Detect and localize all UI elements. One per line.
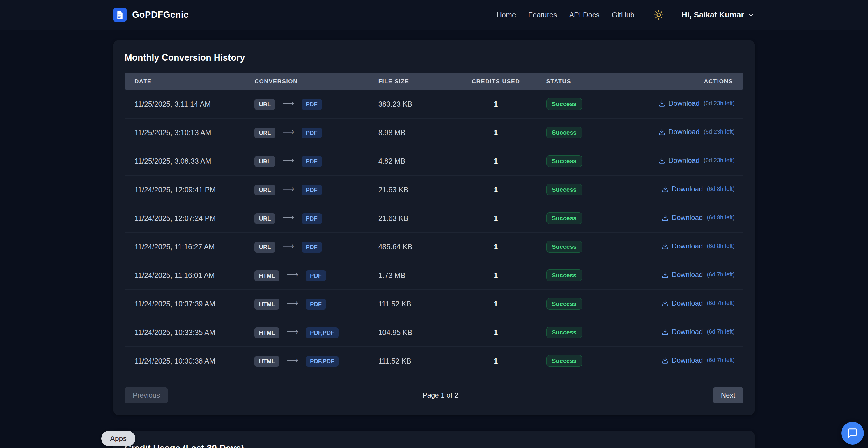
download-link[interactable]: Download (6d 8h left) xyxy=(661,242,735,250)
nav-links: Home Features API Docs GitHub Hi, Saikat… xyxy=(497,10,755,20)
credits-used: 1 xyxy=(462,118,530,147)
theme-toggle-button[interactable] xyxy=(653,10,664,20)
status-cell: Success xyxy=(530,204,642,233)
chevron-down-icon xyxy=(747,11,755,19)
credits-used: 1 xyxy=(462,147,530,175)
actions-cell: Download (6d 23h left) xyxy=(641,90,743,118)
file-size: 111.52 KB xyxy=(378,290,462,318)
conversion-type: URL ⟶ PDF xyxy=(254,90,378,118)
download-link[interactable]: Download (6d 8h left) xyxy=(661,213,735,222)
download-link[interactable]: Download (6d 23h left) xyxy=(658,99,735,108)
download-label: Download xyxy=(672,299,703,307)
credits-used: 1 xyxy=(462,261,530,290)
conversion-date: 11/24/2025, 10:37:39 AM xyxy=(125,290,254,318)
conversion-date: 11/24/2025, 11:16:01 AM xyxy=(125,261,254,290)
download-label: Download xyxy=(672,213,703,222)
file-size: 383.23 KB xyxy=(378,90,462,118)
status-cell: Success xyxy=(530,147,642,175)
file-size: 111.52 KB xyxy=(378,347,462,375)
logo-icon xyxy=(113,8,127,22)
column-header-file-size: File Size xyxy=(378,73,462,90)
download-label: Download xyxy=(669,128,700,136)
download-link[interactable]: Download (6d 23h left) xyxy=(658,128,735,136)
credits-used: 1 xyxy=(462,90,530,118)
next-page-button[interactable]: Next xyxy=(713,387,743,404)
download-link[interactable]: Download (6d 7h left) xyxy=(661,328,735,336)
actions-cell: Download (6d 7h left) xyxy=(641,347,743,375)
target-format-badge: PDF xyxy=(302,156,322,167)
download-label: Download xyxy=(669,99,700,108)
source-format-badge: HTML xyxy=(254,327,279,338)
brand-name: GoPDFGenie xyxy=(132,10,189,20)
expiry-note: (6d 23h left) xyxy=(704,100,735,107)
nav-link-home[interactable]: Home xyxy=(497,11,516,19)
credits-used: 1 xyxy=(462,175,530,204)
conversion-type: URL ⟶ PDF xyxy=(254,147,378,175)
source-format-badge: URL xyxy=(254,127,275,138)
expiry-note: (6d 8h left) xyxy=(707,185,735,192)
target-format-badge: PDF,PDF xyxy=(306,356,339,367)
arrow-right-icon: ⟶ xyxy=(287,356,298,365)
conversion-type: URL ⟶ PDF xyxy=(254,204,378,233)
chat-fab-button[interactable] xyxy=(841,422,864,445)
status-cell: Success xyxy=(530,318,642,347)
history-card-title: Monthly Conversion History xyxy=(125,53,743,63)
expiry-note: (6d 7h left) xyxy=(707,300,735,306)
conversion-date: 11/25/2025, 3:10:13 AM xyxy=(125,118,254,147)
download-link[interactable]: Download (6d 7h left) xyxy=(661,271,735,279)
nav-link-github[interactable]: GitHub xyxy=(612,11,634,19)
arrow-right-icon: ⟶ xyxy=(283,241,294,250)
download-label: Download xyxy=(669,156,700,165)
download-link[interactable]: Download (6d 7h left) xyxy=(661,299,735,307)
conversion-history-card: Monthly Conversion History Date Conversi… xyxy=(113,40,755,415)
source-format-badge: URL xyxy=(254,213,275,224)
conversion-date: 11/25/2025, 3:08:33 AM xyxy=(125,147,254,175)
status-cell: Success xyxy=(530,290,642,318)
pagination-bar: Previous Page 1 of 2 Next xyxy=(125,387,743,404)
actions-cell: Download (6d 23h left) xyxy=(641,118,743,147)
arrow-right-icon: ⟶ xyxy=(283,99,294,108)
table-row: 11/24/2025, 10:37:39 AM HTML ⟶ PDF 111.5… xyxy=(125,290,743,318)
status-badge: Success xyxy=(546,155,582,167)
brand[interactable]: GoPDFGenie xyxy=(113,8,189,22)
arrow-right-icon: ⟶ xyxy=(287,299,298,307)
download-link[interactable]: Download (6d 7h left) xyxy=(661,356,735,364)
arrow-right-icon: ⟶ xyxy=(283,213,294,222)
conversion-history-table: Date Conversion File Size Credits Used S… xyxy=(125,73,743,376)
arrow-right-icon: ⟶ xyxy=(283,156,294,165)
status-badge: Success xyxy=(546,184,582,196)
nav-link-features[interactable]: Features xyxy=(528,11,557,19)
arrow-right-icon: ⟶ xyxy=(287,270,298,279)
chat-bubble-icon xyxy=(847,428,858,439)
nav-link-api-docs[interactable]: API Docs xyxy=(569,11,599,19)
download-icon xyxy=(658,128,666,136)
download-icon xyxy=(661,214,669,221)
download-icon xyxy=(658,157,666,164)
download-label: Download xyxy=(672,271,703,279)
expiry-note: (6d 23h left) xyxy=(704,157,735,164)
download-icon xyxy=(661,357,669,364)
target-format-badge: PDF xyxy=(306,299,326,310)
target-format-badge: PDF xyxy=(302,242,322,252)
download-link[interactable]: Download (6d 23h left) xyxy=(658,156,735,165)
file-size: 485.64 KB xyxy=(378,233,462,261)
download-label: Download xyxy=(672,242,703,250)
source-format-badge: HTML xyxy=(254,356,279,367)
sun-icon xyxy=(653,10,664,20)
conversion-date: 11/24/2025, 10:33:35 AM xyxy=(125,318,254,347)
actions-cell: Download (6d 8h left) xyxy=(641,175,743,204)
status-cell: Success xyxy=(530,118,642,147)
status-badge: Success xyxy=(546,127,582,138)
download-link[interactable]: Download (6d 8h left) xyxy=(661,185,735,193)
conversion-date: 11/25/2025, 3:11:14 AM xyxy=(125,90,254,118)
previous-page-button[interactable]: Previous xyxy=(125,387,168,404)
download-icon xyxy=(661,328,669,335)
column-header-status: Status xyxy=(530,73,642,90)
chart-title: Credit Usage (Last 30 Days) xyxy=(125,443,743,448)
source-format-badge: HTML xyxy=(254,299,279,310)
file-size: 8.98 MB xyxy=(378,118,462,147)
column-header-conversion: Conversion xyxy=(254,73,378,90)
user-menu[interactable]: Hi, Saikat Kumar xyxy=(681,10,755,20)
apps-button[interactable]: Apps xyxy=(101,431,135,446)
history-table-body: 11/25/2025, 3:11:14 AM URL ⟶ PDF 383.23 … xyxy=(125,90,743,375)
